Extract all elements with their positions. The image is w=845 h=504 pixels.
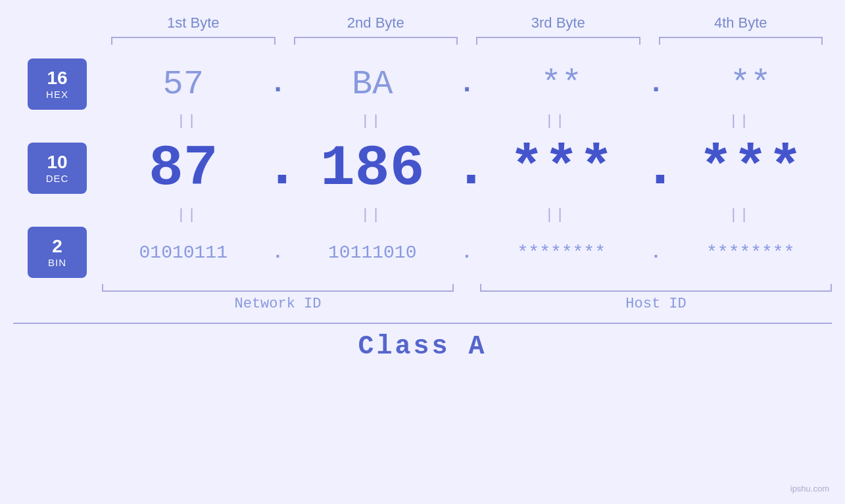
- host-bracket-line: [480, 284, 832, 292]
- bin-badge-label: BIN: [48, 257, 66, 268]
- byte-headers-row: 1st Byte 2nd Byte 3rd Byte 4th Byte: [0, 0, 845, 32]
- page-layout: 1st Byte 2nd Byte 3rd Byte 4th Byte 16 H…: [0, 0, 845, 504]
- hex-badge: 16 HEX: [28, 58, 87, 110]
- bin-badge: 2 BIN: [28, 227, 87, 278]
- dec-dot2: .: [454, 139, 480, 197]
- dec-byte1: 87: [102, 136, 265, 201]
- hex-byte4: **: [669, 65, 833, 104]
- bracket-byte3: [467, 37, 650, 45]
- bin-badge-number: 2: [52, 237, 62, 257]
- dec-byte3: ***: [480, 136, 643, 201]
- bracket-byte4: [650, 37, 833, 45]
- bin-byte2: 10111010: [291, 242, 454, 263]
- equals-row-1: || || || ||: [0, 112, 845, 129]
- hex-dot1: .: [265, 68, 291, 100]
- hex-badge-label: HEX: [46, 89, 68, 100]
- dec-row: 10 DEC 87 . 186 . *** . ***: [0, 132, 845, 204]
- class-label-container: Class A: [13, 332, 832, 361]
- eq2-b4: ||: [648, 206, 832, 223]
- class-section: Class A: [0, 323, 845, 361]
- dec-dot1: .: [265, 139, 291, 197]
- eq1-b2: ||: [279, 112, 464, 129]
- byte4-header: 4th Byte: [650, 14, 833, 32]
- bin-row: 2 BIN 01010111 . 10111010 . ******** .: [0, 226, 845, 279]
- bottom-bracket-section: Network ID Host ID: [0, 284, 845, 312]
- network-bracket-container: Network ID: [102, 284, 454, 312]
- bin-dot3: .: [643, 242, 669, 263]
- network-bracket-line: [102, 284, 454, 292]
- eq2-b1: ||: [95, 206, 279, 223]
- top-brackets-row: [0, 37, 845, 45]
- eq1-b1: ||: [95, 112, 279, 129]
- bracket-byte1: [102, 37, 285, 45]
- hex-byte3: **: [480, 65, 643, 104]
- byte3-header: 3rd Byte: [467, 14, 650, 32]
- bin-dot2: .: [454, 242, 480, 263]
- hex-byte1: 57: [102, 65, 265, 104]
- dec-byte2: 186: [291, 136, 454, 201]
- hex-dot3: .: [643, 68, 669, 100]
- hex-values: 57 . BA . ** . **: [102, 65, 832, 104]
- bin-byte3: ********: [480, 242, 643, 263]
- hex-badge-number: 16: [47, 68, 67, 89]
- eq2-b2: ||: [279, 206, 464, 223]
- dec-badge-label: DEC: [46, 173, 69, 184]
- bin-values: 01010111 . 10111010 . ******** . *******…: [102, 242, 832, 263]
- byte2-header: 2nd Byte: [285, 14, 468, 32]
- host-label: Host ID: [625, 296, 686, 312]
- byte1-header: 1st Byte: [102, 14, 285, 32]
- dec-values: 87 . 186 . *** . ***: [102, 136, 832, 201]
- hex-dot2: .: [454, 68, 480, 100]
- hex-byte2: BA: [291, 65, 454, 104]
- dec-dot3: .: [643, 139, 669, 197]
- network-label: Network ID: [234, 296, 321, 312]
- class-label: Class A: [358, 332, 487, 361]
- bottom-brackets-container: Network ID Host ID: [102, 284, 832, 312]
- eq2-b3: ||: [464, 206, 648, 223]
- eq1-b3: ||: [464, 112, 648, 129]
- hex-row: 16 HEX 57 . BA . ** . **: [0, 58, 845, 110]
- bin-dot1: .: [265, 242, 291, 263]
- dec-badge-number: 10: [47, 152, 67, 173]
- eq1-b4: ||: [648, 112, 832, 129]
- bin-byte4: ********: [669, 242, 833, 263]
- watermark: ipshu.com: [790, 483, 829, 495]
- dec-byte4: ***: [669, 136, 833, 201]
- equals-row-2: || || || ||: [0, 206, 845, 223]
- dec-badge: 10 DEC: [28, 143, 87, 194]
- bin-byte1: 01010111: [102, 242, 265, 263]
- class-divider-line: [13, 323, 832, 324]
- bracket-byte2: [285, 37, 468, 45]
- host-bracket-container: Host ID: [480, 284, 832, 312]
